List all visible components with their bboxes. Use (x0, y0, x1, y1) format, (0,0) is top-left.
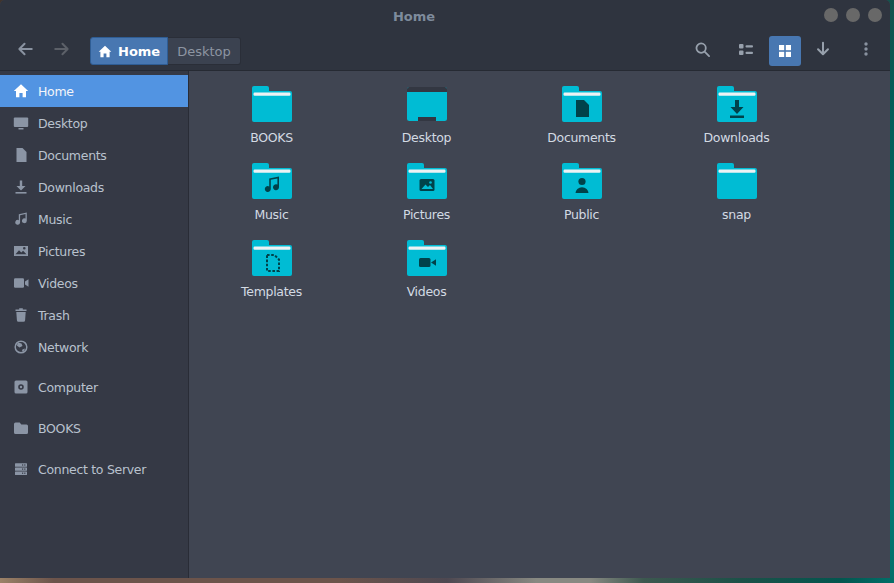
sidebar-item-label: Music (38, 212, 72, 227)
sidebar: HomeDesktopDocumentsDownloadsMusicPictur… (0, 71, 189, 578)
folder-icon (716, 163, 758, 199)
sidebar-item-books[interactable]: BOOKS (0, 412, 188, 444)
sidebar-item-label: Home (38, 84, 74, 99)
folder-icon (251, 86, 293, 122)
window-control-minimize[interactable] (824, 8, 838, 22)
file-item-label: Videos (407, 284, 447, 299)
sidebar-item-videos[interactable]: Videos (0, 267, 188, 299)
sidebar-item-trash[interactable]: Trash (0, 299, 188, 331)
sidebar-item-pictures[interactable]: Pictures (0, 235, 188, 267)
list-view-button[interactable] (734, 39, 758, 63)
grid-view-button[interactable] (769, 36, 801, 66)
window-title: Home (393, 9, 435, 24)
desktop-icon (13, 115, 29, 131)
folder-videos-icon (406, 240, 448, 276)
sidebar-item-music[interactable]: Music (0, 203, 188, 235)
file-item-templates[interactable]: Templates (194, 234, 349, 311)
sidebar-item-network[interactable]: Network (0, 331, 188, 363)
globe-icon (13, 339, 29, 355)
breadcrumb-desktop-label: Desktop (177, 44, 231, 59)
sidebar-item-label: Documents (38, 148, 107, 163)
sidebar-item-home[interactable]: Home (0, 75, 188, 107)
file-manager-window: Home Home Desktop HomeDesktopDocumentsDo… (0, 0, 890, 578)
file-item-videos[interactable]: Videos (349, 234, 504, 311)
forward-button[interactable] (50, 39, 74, 63)
desktop-icon (406, 86, 448, 122)
sidebar-item-label: Pictures (38, 244, 85, 259)
sidebar-item-computer[interactable]: Computer (0, 371, 188, 403)
sidebar-item-label: Connect to Server (38, 462, 146, 477)
window-control-maximize[interactable] (846, 8, 860, 22)
main-area: HomeDesktopDocumentsDownloadsMusicPictur… (0, 71, 890, 578)
folder-music-icon (251, 163, 293, 199)
file-item-label: snap (722, 207, 751, 222)
trash-icon (13, 307, 29, 323)
file-item-downloads[interactable]: Downloads (659, 80, 814, 157)
file-grid: BOOKSDesktopDocumentsDownloadsMusicPictu… (189, 71, 890, 578)
window-controls (824, 8, 882, 22)
sidebar-item-desktop[interactable]: Desktop (0, 107, 188, 139)
harddisk-icon (13, 379, 29, 395)
sidebar-item-label: Trash (38, 308, 70, 323)
breadcrumb-home-label: Home (118, 44, 160, 59)
sidebar-item-label: Videos (38, 276, 78, 291)
sidebar-item-label: BOOKS (38, 421, 81, 436)
list-view-icon (738, 41, 754, 61)
file-item-pictures[interactable]: Pictures (349, 157, 504, 234)
breadcrumb-home[interactable]: Home (90, 37, 168, 65)
file-item-label: Documents (547, 130, 616, 145)
file-item-music[interactable]: Music (194, 157, 349, 234)
sidebar-item-connect-to-server[interactable]: Connect to Server (0, 453, 188, 485)
video-icon (13, 275, 29, 291)
file-item-label: Pictures (403, 207, 450, 222)
sidebar-item-label: Desktop (38, 116, 87, 131)
file-item-documents[interactable]: Documents (504, 80, 659, 157)
sidebar-item-label: Network (38, 340, 88, 355)
kebab-menu-icon (858, 41, 874, 61)
back-button[interactable] (13, 39, 37, 63)
sidebar-item-documents[interactable]: Documents (0, 139, 188, 171)
breadcrumb-desktop[interactable]: Desktop (168, 37, 241, 65)
search-icon (694, 41, 711, 62)
sidebar-item-downloads[interactable]: Downloads (0, 171, 188, 203)
download-icon (13, 179, 29, 195)
file-item-public[interactable]: Public (504, 157, 659, 234)
window-control-close[interactable] (868, 8, 882, 22)
arrow-down-icon (814, 40, 832, 62)
file-item-label: Downloads (704, 130, 770, 145)
arrow-right-icon (53, 40, 71, 62)
sidebar-item-label: Computer (38, 380, 98, 395)
toolbar: Home Desktop (0, 32, 890, 71)
folder-documents-icon (561, 86, 603, 122)
file-item-desktop[interactable]: Desktop (349, 80, 504, 157)
menu-button[interactable] (854, 39, 878, 63)
titlebar[interactable]: Home (0, 0, 890, 32)
download-arrow-button[interactable] (811, 39, 835, 63)
server-icon (13, 461, 29, 477)
file-item-label: Desktop (402, 130, 451, 145)
file-item-label: Templates (241, 284, 302, 299)
search-button[interactable] (690, 39, 714, 63)
sidebar-item-label: Downloads (38, 180, 104, 195)
file-item-books[interactable]: BOOKS (194, 80, 349, 157)
file-item-label: Music (254, 207, 288, 222)
folder-templates-icon (251, 240, 293, 276)
home-icon (98, 45, 112, 58)
music-icon (13, 211, 29, 227)
file-item-label: BOOKS (250, 130, 293, 145)
folder-icon (13, 420, 29, 436)
folder-downloads-icon (716, 86, 758, 122)
file-item-label: Public (564, 207, 599, 222)
image-icon (13, 243, 29, 259)
arrow-left-icon (16, 40, 34, 62)
folder-public-icon (561, 163, 603, 199)
folder-pictures-icon (406, 163, 448, 199)
breadcrumb: Home Desktop (90, 37, 241, 65)
document-icon (13, 147, 29, 163)
file-item-snap[interactable]: snap (659, 157, 814, 234)
desktop-wallpaper-bottom-edge (0, 578, 894, 583)
grid-view-icon (777, 43, 793, 59)
home-icon (13, 83, 29, 99)
